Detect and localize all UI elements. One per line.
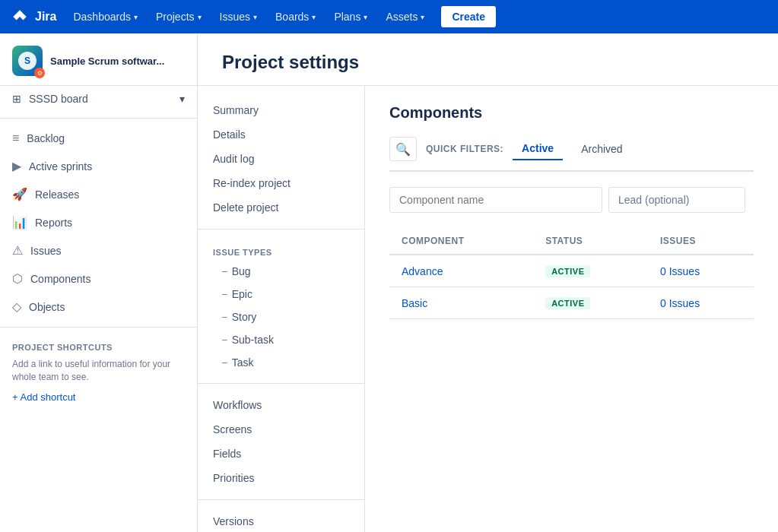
issues-count: 0 Issues bbox=[660, 297, 700, 309]
objects-icon: ◇ bbox=[12, 299, 21, 314]
components-table: Component Status Issues Advance ACTIVE 0… bbox=[389, 228, 754, 319]
settings-navigation: Summary Details Audit log Re-index proje… bbox=[198, 86, 365, 532]
settings-nav-reindex[interactable]: Re-index project bbox=[198, 171, 364, 195]
issues-icon: ⚠ bbox=[12, 243, 23, 258]
app-name: Jira bbox=[35, 10, 56, 24]
settings-nav-delete[interactable]: Delete project bbox=[198, 195, 364, 220]
sidebar-item-components[interactable]: ⬡ Components bbox=[0, 264, 197, 293]
column-header-component: Component bbox=[389, 228, 533, 255]
sidebar-item-active-sprints[interactable]: ▶ Active sprints bbox=[0, 152, 197, 180]
component-status-cell: ACTIVE bbox=[533, 255, 648, 287]
nav-issues[interactable]: Issues ▾ bbox=[212, 6, 265, 27]
sidebar-item-backlog[interactable]: ≡ Backlog bbox=[0, 125, 197, 152]
sprints-icon: ▶ bbox=[12, 159, 21, 173]
board-icon: ⊞ bbox=[12, 93, 21, 105]
sidebar-item-label: Components bbox=[30, 273, 91, 285]
app-logo[interactable]: Jira bbox=[9, 6, 56, 27]
settings-nav-task[interactable]: Task bbox=[198, 351, 364, 374]
nav-boards[interactable]: Boards ▾ bbox=[268, 6, 323, 27]
project-header: S ⚙ Sample Scrum softwar... bbox=[0, 33, 197, 86]
search-icon: 🔍 bbox=[395, 142, 411, 157]
shortcuts-section: PROJECT SHORTCUTS Add a link to useful i… bbox=[0, 334, 197, 412]
status-badge: ACTIVE bbox=[545, 297, 590, 309]
settings-nav-epic[interactable]: Epic bbox=[198, 283, 364, 306]
settings-nav-details[interactable]: Details bbox=[198, 122, 364, 147]
nav-assets[interactable]: Assets ▾ bbox=[378, 6, 432, 27]
sidebar-divider bbox=[0, 118, 197, 119]
chevron-down-icon: ▾ bbox=[179, 93, 185, 105]
issue-types-group-label: Issue types bbox=[198, 239, 364, 260]
sidebar-item-label: Reports bbox=[35, 217, 72, 229]
sidebar-item-label: Issues bbox=[30, 245, 61, 257]
component-name-link[interactable]: Basic bbox=[402, 297, 427, 309]
components-panel: Components 🔍 QUICK FILTERS: Active Archi… bbox=[365, 86, 778, 532]
chevron-down-icon: ▾ bbox=[421, 13, 424, 21]
status-badge: ACTIVE bbox=[545, 265, 590, 277]
nav-dashboards[interactable]: Dashboards ▾ bbox=[65, 6, 145, 27]
component-name-cell: Advance bbox=[389, 255, 533, 287]
sidebar-item-label: Active sprints bbox=[29, 160, 92, 173]
reports-icon: 📊 bbox=[12, 215, 27, 230]
chevron-down-icon: ▾ bbox=[253, 13, 257, 21]
add-shortcut-button[interactable]: + Add shortcut bbox=[12, 391, 185, 403]
settings-nav-screens[interactable]: Screens bbox=[198, 417, 364, 442]
sidebar-item-reports[interactable]: 📊 Reports bbox=[0, 208, 197, 236]
search-button[interactable]: 🔍 bbox=[389, 137, 417, 161]
sidebar-item-label: Releases bbox=[35, 188, 79, 201]
settings-nav-story[interactable]: Story bbox=[198, 306, 364, 328]
nav-plans[interactable]: Plans ▾ bbox=[326, 6, 375, 27]
settings-nav-workflows[interactable]: Workflows bbox=[198, 393, 364, 417]
sidebar-item-label: Objects bbox=[29, 301, 65, 313]
column-header-issues: Issues bbox=[648, 228, 754, 255]
sidebar-item-releases[interactable]: 🚀 Releases bbox=[0, 180, 197, 208]
sidebar-item-objects[interactable]: ◇ Objects bbox=[0, 293, 197, 321]
settings-nav-fields[interactable]: Fields bbox=[198, 442, 364, 466]
top-navigation: Jira Dashboards ▾ Projects ▾ Issues ▾ Bo… bbox=[0, 0, 778, 33]
settings-nav-summary[interactable]: Summary bbox=[198, 98, 364, 122]
page-header: Project settings bbox=[198, 33, 778, 86]
settings-nav-subtask[interactable]: Sub-task bbox=[198, 328, 364, 351]
sidebar-item-issues[interactable]: ⚠ Issues bbox=[0, 236, 197, 264]
chevron-down-icon: ▾ bbox=[312, 13, 316, 21]
column-header-status: Status bbox=[533, 228, 648, 255]
left-sidebar: S ⚙ Sample Scrum softwar... ⊞ SSSD board… bbox=[0, 33, 198, 532]
quick-filters-label: QUICK FILTERS: bbox=[426, 144, 503, 154]
nav-projects[interactable]: Projects ▾ bbox=[148, 6, 209, 27]
project-name: Sample Scrum softwar... bbox=[50, 55, 164, 67]
board-selector[interactable]: ⊞ SSSD board ▾ bbox=[0, 86, 197, 112]
chevron-down-icon: ▾ bbox=[198, 13, 202, 21]
filter-archived-button[interactable]: Archived bbox=[572, 138, 631, 160]
component-name-link[interactable]: Advance bbox=[402, 265, 443, 277]
component-name-cell: Basic bbox=[389, 287, 533, 319]
releases-icon: 🚀 bbox=[12, 187, 27, 201]
component-issues-cell: 0 Issues bbox=[648, 287, 754, 319]
issues-count: 0 Issues bbox=[660, 265, 700, 277]
settings-layout: Summary Details Audit log Re-index proje… bbox=[198, 86, 778, 532]
add-component-form: Lead (optional) bbox=[389, 187, 754, 213]
table-row: Basic ACTIVE 0 Issues bbox=[389, 287, 754, 319]
chevron-down-icon: ▾ bbox=[364, 13, 367, 21]
table-row: Advance ACTIVE 0 Issues bbox=[389, 255, 754, 287]
sidebar-item-label: Backlog bbox=[27, 132, 65, 144]
components-icon: ⬡ bbox=[12, 271, 23, 286]
create-button[interactable]: Create bbox=[441, 6, 496, 27]
settings-nav-versions[interactable]: Versions bbox=[198, 509, 364, 532]
settings-nav-divider-3 bbox=[198, 499, 364, 500]
component-issues-cell: 0 Issues bbox=[648, 255, 754, 287]
settings-nav-priorities[interactable]: Priorities bbox=[198, 466, 364, 490]
component-name-input[interactable] bbox=[389, 187, 602, 213]
settings-nav-divider-1 bbox=[198, 229, 364, 230]
settings-nav-bug[interactable]: Bug bbox=[198, 260, 364, 283]
filter-active-button[interactable]: Active bbox=[513, 138, 563, 160]
main-content: Project settings Summary Details Audit l… bbox=[198, 33, 778, 532]
settings-nav-audit-log[interactable]: Audit log bbox=[198, 147, 364, 171]
page-title: Project settings bbox=[222, 52, 754, 73]
backlog-icon: ≡ bbox=[12, 131, 19, 145]
project-icon: S ⚙ bbox=[12, 46, 43, 76]
shortcuts-title: PROJECT SHORTCUTS bbox=[12, 343, 185, 352]
lead-select[interactable]: Lead (optional) bbox=[608, 187, 745, 213]
shortcuts-description: Add a link to useful information for you… bbox=[12, 358, 185, 384]
component-status-cell: ACTIVE bbox=[533, 287, 648, 319]
sidebar-divider-2 bbox=[0, 327, 197, 328]
filter-bar: 🔍 QUICK FILTERS: Active Archived bbox=[389, 137, 754, 172]
